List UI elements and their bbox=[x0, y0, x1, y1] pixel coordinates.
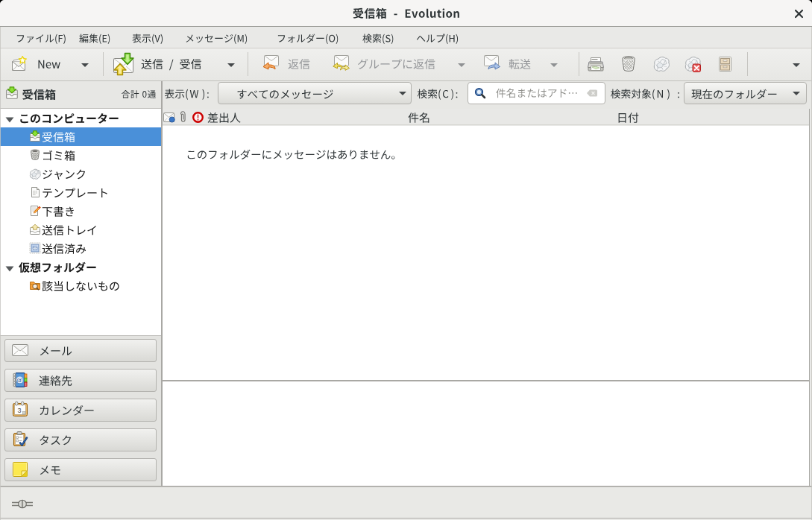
svg-text:@: @ bbox=[16, 376, 22, 384]
svg-text:3: 3 bbox=[17, 407, 21, 414]
